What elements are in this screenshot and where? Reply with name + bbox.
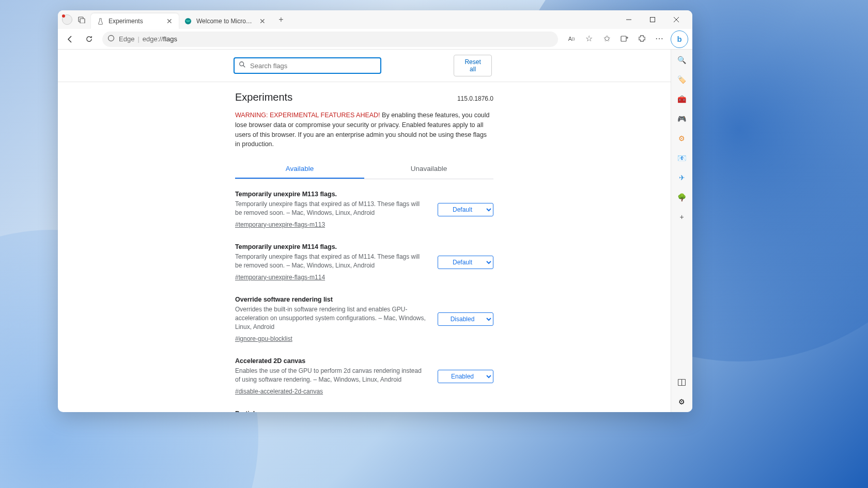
outlook-icon[interactable]: 📧 xyxy=(676,152,688,164)
flag-item: Temporarily unexpire M114 flags.Temporar… xyxy=(235,243,493,281)
svg-rect-8 xyxy=(621,36,626,41)
flag-description: Enables the use of the GPU to perform 2d… xyxy=(235,367,427,385)
flag-state-select[interactable]: DefaultEnabledDisabled xyxy=(438,256,493,269)
office-icon[interactable]: ⚙ xyxy=(676,132,688,145)
edge-icon xyxy=(184,17,192,25)
collections-button[interactable] xyxy=(616,30,632,47)
split-screen-button[interactable] xyxy=(676,376,688,388)
flag-state-select[interactable]: DefaultEnabledDisabled xyxy=(438,312,493,326)
add-icon[interactable]: + xyxy=(676,211,688,223)
flag-search-input[interactable] xyxy=(250,62,376,70)
close-button[interactable] xyxy=(664,12,688,27)
sticky-header: Reset all xyxy=(58,50,671,82)
tab-strip: Experiments✕Welcome to Microsoft Edge Ca… xyxy=(91,10,272,29)
svg-point-7 xyxy=(109,36,114,41)
svg-rect-1 xyxy=(80,19,85,23)
tab-actions-button[interactable] xyxy=(76,14,87,25)
window-controls xyxy=(617,12,688,27)
page-title: Experiments xyxy=(235,91,292,103)
menu-button[interactable]: ⋯ xyxy=(651,30,668,47)
address-prefix: Edge xyxy=(119,35,134,43)
toolbar: Edge | edge://flags A)) ☆ ✩ ⋯ b xyxy=(58,29,692,50)
address-url: edge://flags xyxy=(143,35,177,43)
flag-anchor-link[interactable]: #temporary-unexpire-flags-m114 xyxy=(235,274,325,281)
browser-tab[interactable]: Experiments✕ xyxy=(91,13,179,29)
flag-state-select[interactable]: DefaultEnabledDisabled xyxy=(438,370,493,383)
flag-title: Temporarily unexpire M114 flags. xyxy=(235,243,427,250)
flag-state-select[interactable]: DefaultEnabledDisabled xyxy=(438,203,493,216)
profile-badge[interactable] xyxy=(62,14,72,25)
svg-point-11 xyxy=(240,62,244,66)
address-separator: | xyxy=(137,35,139,43)
flag-item: Temporarily unexpire M113 flags.Temporar… xyxy=(235,191,493,229)
content-area: Reset all Experiments 115.0.1876.0 WARNI… xyxy=(58,50,692,412)
search-icon xyxy=(239,61,246,70)
warning-text: WARNING: EXPERIMENTAL FEATURES AHEAD! By… xyxy=(235,111,493,149)
browser-window: Experiments✕Welcome to Microsoft Edge Ca… xyxy=(58,10,692,412)
shopping-icon[interactable]: 🏷️ xyxy=(676,73,688,86)
tab-available[interactable]: Available xyxy=(235,160,364,179)
edge-sidebar: 🔍🏷️🧰🎮⚙📧✈🌳+ ⚙ xyxy=(671,50,692,412)
search-icon[interactable]: 🔍 xyxy=(676,54,688,66)
games-icon[interactable]: 🎮 xyxy=(676,113,688,125)
flag-title: Accelerated 2D canvas xyxy=(235,357,427,365)
favorites-list-button[interactable]: ✩ xyxy=(598,30,615,47)
tab-title: Experiments xyxy=(109,18,161,25)
flag-item: Override software rendering listOverride… xyxy=(235,296,493,343)
flag-description: Temporarily unexpire flags that expired … xyxy=(235,253,427,271)
back-button[interactable] xyxy=(62,31,79,48)
svg-rect-4 xyxy=(650,18,655,22)
flag-anchor-link[interactable]: #ignore-gpu-blocklist xyxy=(235,335,292,342)
browser-tab[interactable]: Welcome to Microsoft Edge Can...✕ xyxy=(179,13,272,29)
minimize-button[interactable] xyxy=(617,12,641,27)
page-content: Experiments 115.0.1876.0 WARNING: EXPERI… xyxy=(235,82,493,412)
address-text: Edge | edge://flags xyxy=(119,35,177,43)
tab-close-button[interactable]: ✕ xyxy=(165,17,174,25)
tools-icon[interactable]: 🧰 xyxy=(676,93,688,105)
svg-line-12 xyxy=(243,66,245,68)
flag-title: Partial swap xyxy=(235,410,427,412)
flag-item: Accelerated 2D canvasEnables the use of … xyxy=(235,357,493,396)
flag-search-box[interactable] xyxy=(234,57,381,74)
settings-button[interactable]: ⚙ xyxy=(676,396,688,408)
flag-title: Override software rendering list xyxy=(235,296,427,303)
main-scroll[interactable]: Reset all Experiments 115.0.1876.0 WARNI… xyxy=(58,50,671,412)
read-aloud-button[interactable]: A)) xyxy=(563,30,580,47)
flag-title: Temporarily unexpire M113 flags. xyxy=(235,191,427,198)
new-tab-button[interactable]: + xyxy=(274,12,288,27)
tab-unavailable[interactable]: Unavailable xyxy=(364,160,493,179)
edge-circle-icon xyxy=(107,35,115,43)
flag-description: Overrides the built-in software renderin… xyxy=(235,305,427,332)
favorite-button[interactable]: ☆ xyxy=(581,30,597,47)
reset-all-button[interactable]: Reset all xyxy=(454,55,492,76)
tree-icon[interactable]: 🌳 xyxy=(676,191,688,203)
version-label: 115.0.1876.0 xyxy=(457,95,493,102)
refresh-button[interactable] xyxy=(81,31,97,48)
titlebar: Experiments✕Welcome to Microsoft Edge Ca… xyxy=(58,10,692,29)
maximize-button[interactable] xyxy=(641,12,664,27)
drop-icon[interactable]: ✈ xyxy=(676,171,688,184)
flag-item: Partial swapSets partial swap behavior. … xyxy=(235,410,493,412)
flag-tabs: Available Unavailable xyxy=(235,160,493,179)
extensions-button[interactable] xyxy=(633,30,650,47)
flag-description: Temporarily unexpire flags that expired … xyxy=(235,200,427,218)
tab-close-button[interactable]: ✕ xyxy=(258,17,267,25)
tab-title: Welcome to Microsoft Edge Can... xyxy=(196,18,254,25)
address-bar[interactable]: Edge | edge://flags xyxy=(102,32,558,47)
notification-dot-icon xyxy=(62,14,65,18)
warning-prefix: WARNING: EXPERIMENTAL FEATURES AHEAD! xyxy=(235,112,380,119)
flask-icon xyxy=(96,17,104,25)
flag-list: Temporarily unexpire M113 flags.Temporar… xyxy=(235,191,493,412)
flag-anchor-link[interactable]: #temporary-unexpire-flags-m113 xyxy=(235,221,325,228)
flag-anchor-link[interactable]: #disable-accelerated-2d-canvas xyxy=(235,388,323,395)
bing-chat-button[interactable]: b xyxy=(671,30,688,48)
